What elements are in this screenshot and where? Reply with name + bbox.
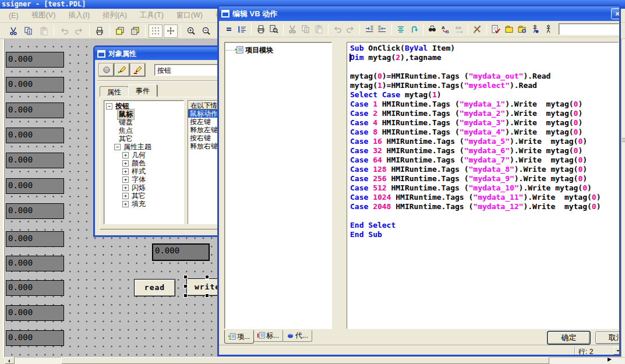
code-line[interactable]: Case 128 HMIRuntime.Tags ("mydata_8").Wr… [350, 165, 618, 174]
io-field[interactable]: 0.000 [6, 305, 64, 321]
folder-plus-button[interactable] [516, 22, 528, 36]
tab-inactive[interactable]: 属性 [100, 86, 129, 97]
scrollbar-grip[interactable] [622, 138, 625, 142]
io-field[interactable]: 0.000 [6, 77, 64, 93]
check-button[interactable] [490, 22, 502, 36]
uturn-button[interactable] [408, 22, 420, 36]
io-field[interactable]: 0.000 [6, 52, 64, 68]
horizontal-scrollbar[interactable] [0, 357, 625, 364]
layers-button[interactable] [113, 24, 127, 38]
selection-handle[interactable] [205, 275, 209, 279]
menu-item[interactable]: 排列(A) [96, 10, 133, 20]
replace-button[interactable]: AB [440, 22, 452, 36]
copy-button[interactable] [22, 24, 36, 38]
figure-blue-button[interactable] [529, 22, 542, 36]
code-line[interactable]: Case 8 HMIRuntime.Tags ("mydata_4").Writ… [350, 128, 618, 137]
code-line[interactable]: mytag(0)=HMIRuntime.Tags ("mydata_out").… [350, 72, 618, 81]
code-line[interactable]: Case 16 HMIRuntime.Tags ("mydata_5").Wri… [350, 137, 618, 146]
io-field[interactable]: 0.000 [6, 280, 64, 296]
expand-icon[interactable]: + [122, 201, 129, 207]
tree-row[interactable]: +填充 [104, 200, 183, 208]
tab-active[interactable]: 事件 [128, 84, 157, 97]
project-tree-panel[interactable]: 项目模块 [224, 42, 332, 329]
menu-item[interactable]: 插入(I) [62, 10, 96, 20]
io-field[interactable]: 0.000 [6, 128, 64, 143]
code-line[interactable]: Case 32 HMIRuntime.Tags ("mydata_6").Wri… [350, 146, 618, 156]
figure-button[interactable] [542, 22, 555, 36]
io-field[interactable]: 0.000 [6, 178, 64, 194]
menu-item[interactable]: 视图(V) [25, 10, 62, 20]
pencil-link2-button[interactable] [130, 63, 145, 76]
selection-handle[interactable] [183, 275, 188, 279]
vb-toolbar-combo[interactable] [559, 23, 619, 35]
bottom-tab[interactable]: 项... [224, 330, 254, 344]
code-line[interactable]: mytag(1)=HMIRuntime.Tags("myselect").Rea… [350, 81, 618, 90]
io-field[interactable]: 0.000 [6, 231, 64, 247]
event-tree[interactable]: −按钮鼠标键盘焦点其它−属性主题+几何+颜色+样式+字体+闪烁+其它+填充 [104, 100, 184, 224]
indent-button[interactable] [363, 22, 375, 36]
layers-stack-button[interactable] [128, 24, 142, 38]
center-io-field[interactable]: 0.000 [152, 243, 210, 261]
code-line[interactable] [350, 211, 618, 221]
io-field[interactable]: 0.000 [6, 153, 64, 168]
code-line[interactable] [350, 62, 618, 72]
snap-button[interactable] [164, 24, 178, 38]
equals-button[interactable] [223, 22, 235, 36]
object-selector[interactable]: 按钮 [154, 64, 224, 76]
ok-button[interactable]: 确定 [548, 331, 590, 344]
props-dialog-titlebar[interactable]: 对象属性 [95, 47, 227, 60]
selection-handle[interactable] [183, 284, 188, 288]
code-line[interactable]: Case 4 HMIRuntime.Tags ("mydata_3").Writ… [350, 118, 618, 128]
tree-row[interactable]: −按钮 [104, 102, 183, 110]
selection-handle[interactable] [205, 294, 209, 298]
preview-button[interactable] [268, 22, 280, 36]
vertical-scrollbar[interactable] [621, 39, 625, 357]
menu-item[interactable]: (E) [2, 12, 25, 20]
collapse-icon[interactable]: − [106, 103, 112, 109]
read-button[interactable]: read [134, 279, 175, 296]
menu-item[interactable]: 工具(T) [133, 10, 170, 20]
code-editor[interactable]: Sub OnClick(ByVal Item)Dim mytag(2),tagn… [347, 42, 619, 329]
pencil-link-button[interactable] [115, 63, 129, 76]
expand-icon[interactable]: + [122, 152, 129, 158]
code-line[interactable]: Case 1024 HMIRuntime.Tags ("mydata_11").… [350, 193, 618, 202]
menu-item[interactable]: 窗口(W) [170, 10, 209, 20]
wrench-button[interactable] [471, 22, 483, 36]
io-field[interactable]: 0.000 [6, 103, 64, 118]
tree-row[interactable]: 键盘 [104, 118, 183, 126]
code-line[interactable]: Case 1 HMIRuntime.Tags ("mydata_1").Writ… [350, 100, 618, 109]
cancel-button[interactable]: 取消 [595, 331, 621, 344]
find-button[interactable] [426, 22, 439, 36]
zoom-out-button[interactable] [199, 24, 213, 38]
expand-icon[interactable]: + [122, 168, 129, 175]
code-line[interactable]: End Sub [350, 230, 618, 239]
expand-icon[interactable]: + [122, 160, 129, 167]
center-lines-button[interactable] [395, 22, 407, 36]
cut-button[interactable] [6, 24, 20, 38]
outdent-button[interactable] [376, 22, 389, 36]
io-field[interactable]: 0.000 [6, 203, 64, 219]
scroll-left-arrow[interactable] [5, 357, 15, 364]
code-line[interactable]: Dim mytag(2),tagname [350, 53, 618, 62]
expand-icon[interactable]: + [122, 185, 129, 191]
expand-icon[interactable]: + [122, 176, 129, 183]
bottom-tab[interactable]: 代... [283, 330, 312, 342]
print-button[interactable] [255, 22, 267, 36]
status-spin-button[interactable] [613, 347, 621, 355]
vb-dialog-titlebar[interactable]: 编辑 VB 动作 × [219, 6, 619, 21]
io-field[interactable]: 0.000 [6, 256, 64, 271]
code-line[interactable]: Case 256 HMIRuntime.Tags ("mydata_9").Wr… [350, 174, 618, 183]
io-field[interactable]: 0.000 [6, 330, 64, 346]
scrollbar-thumb[interactable] [61, 357, 549, 364]
code-line[interactable]: Sub OnClick(ByVal Item) [350, 44, 618, 53]
selection-handle[interactable] [183, 294, 188, 298]
code-line[interactable]: End Select [350, 221, 618, 230]
project-tree-item[interactable]: 项目模块 [226, 45, 330, 55]
close-button[interactable]: × [611, 8, 621, 19]
bottom-tab[interactable]: 标... [253, 330, 283, 342]
code-line[interactable]: Case 64 HMIRuntime.Tags ("mydata_7").Wri… [350, 156, 618, 165]
pin-sphere-button[interactable] [99, 63, 114, 76]
zoom-in-button[interactable] [184, 24, 198, 38]
code-line[interactable]: Case 2 HMIRuntime.Tags ("mydata_2").Writ… [350, 109, 618, 118]
tree-row[interactable]: 焦点 [104, 126, 183, 135]
